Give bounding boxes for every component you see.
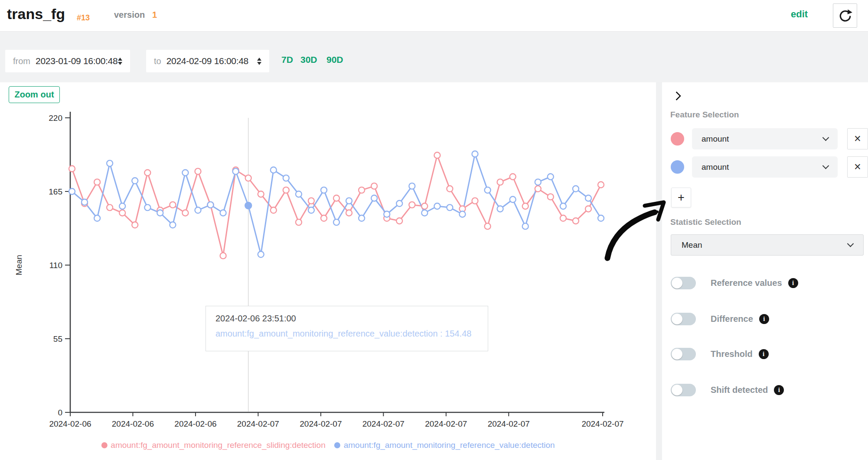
data-point[interactable] xyxy=(69,166,75,172)
data-point[interactable] xyxy=(434,203,440,209)
data-point[interactable] xyxy=(195,168,201,175)
data-point[interactable] xyxy=(233,168,239,175)
data-point[interactable] xyxy=(560,203,566,209)
remove-feature-button[interactable]: × xyxy=(847,156,868,178)
data-point[interactable] xyxy=(144,170,150,176)
data-point[interactable] xyxy=(585,206,591,212)
info-icon[interactable] xyxy=(774,385,784,395)
data-point[interactable] xyxy=(107,160,113,166)
legend-item-sliding[interactable]: amount:fg_amount_monitoring_reference_sl… xyxy=(101,441,325,450)
feature-select-2[interactable]: amount xyxy=(692,156,838,178)
data-point[interactable] xyxy=(359,215,365,221)
data-point[interactable] xyxy=(157,210,163,216)
data-point[interactable] xyxy=(346,198,352,204)
data-point[interactable] xyxy=(132,178,138,184)
data-point[interactable] xyxy=(485,223,491,229)
data-point[interactable] xyxy=(359,187,365,193)
data-point[interactable] xyxy=(472,151,478,157)
data-point[interactable] xyxy=(598,215,604,221)
data-point[interactable] xyxy=(560,215,566,221)
statistic-select[interactable]: Mean xyxy=(671,234,864,256)
data-point[interactable] xyxy=(573,218,579,224)
data-point[interactable] xyxy=(208,202,214,208)
add-feature-button[interactable]: + xyxy=(671,188,691,207)
range-7d-button[interactable]: 7D xyxy=(281,55,293,65)
data-point[interactable] xyxy=(548,194,554,200)
data-point[interactable] xyxy=(94,179,100,185)
data-point[interactable] xyxy=(82,199,88,205)
data-point[interactable] xyxy=(371,183,377,189)
data-point[interactable] xyxy=(421,203,427,209)
data-point[interactable] xyxy=(573,186,579,192)
data-point[interactable] xyxy=(421,210,427,216)
data-point[interactable] xyxy=(245,175,251,181)
data-point[interactable] xyxy=(409,183,415,189)
data-point[interactable] xyxy=(195,207,201,213)
data-point[interactable] xyxy=(434,152,440,159)
info-icon[interactable] xyxy=(759,349,769,359)
highlighted-data-point[interactable] xyxy=(245,202,251,209)
data-point[interactable] xyxy=(182,170,188,176)
data-point[interactable] xyxy=(119,210,125,216)
data-point[interactable] xyxy=(296,191,302,197)
data-point[interactable] xyxy=(396,201,402,207)
data-point[interactable] xyxy=(497,179,503,185)
range-30d-button[interactable]: 30D xyxy=(300,55,317,65)
reference-values-toggle[interactable] xyxy=(671,277,696,289)
data-point[interactable] xyxy=(144,204,150,211)
edit-button[interactable]: edit xyxy=(791,9,808,20)
data-point[interactable] xyxy=(170,202,176,208)
to-date-picker[interactable]: to 2024-02-09 16:00:48 xyxy=(146,50,269,72)
data-point[interactable] xyxy=(182,210,188,216)
data-point[interactable] xyxy=(271,167,277,173)
data-point[interactable] xyxy=(522,223,529,229)
shift-detected-toggle[interactable] xyxy=(671,384,696,396)
data-point[interactable] xyxy=(510,197,516,203)
data-point[interactable] xyxy=(321,187,327,193)
data-point[interactable] xyxy=(69,188,75,194)
data-point[interactable] xyxy=(472,198,478,204)
data-point[interactable] xyxy=(447,204,453,211)
collapse-sidebar-button[interactable] xyxy=(672,90,684,102)
data-point[interactable] xyxy=(409,202,415,208)
data-point[interactable] xyxy=(271,207,277,213)
data-point[interactable] xyxy=(346,210,352,216)
data-point[interactable] xyxy=(535,186,541,192)
data-point[interactable] xyxy=(283,175,289,181)
data-point[interactable] xyxy=(296,219,302,225)
data-point[interactable] xyxy=(598,182,604,188)
range-90d-button[interactable]: 90D xyxy=(326,55,343,65)
date-spinner-icon[interactable] xyxy=(118,58,122,65)
zoom-out-button[interactable]: Zoom out xyxy=(9,86,60,103)
data-point[interactable] xyxy=(371,195,377,201)
remove-feature-button[interactable]: × xyxy=(847,128,868,149)
info-icon[interactable] xyxy=(788,278,798,288)
data-point[interactable] xyxy=(258,191,264,197)
data-point[interactable] xyxy=(522,203,529,209)
data-point[interactable] xyxy=(396,218,402,224)
data-point[interactable] xyxy=(460,211,466,217)
data-point[interactable] xyxy=(548,174,554,180)
data-point[interactable] xyxy=(258,251,264,257)
data-point[interactable] xyxy=(132,222,138,228)
data-point[interactable] xyxy=(535,179,541,185)
difference-toggle[interactable] xyxy=(671,313,696,325)
data-point[interactable] xyxy=(384,211,390,217)
refresh-button[interactable] xyxy=(833,3,857,28)
date-spinner-icon[interactable] xyxy=(257,58,261,65)
legend-item-value[interactable]: amount:fg_amount_monitoring_reference_va… xyxy=(334,441,555,450)
data-point[interactable] xyxy=(94,215,100,221)
data-point[interactable] xyxy=(447,186,453,192)
from-date-picker[interactable]: from 2023-01-09 16:00:48 xyxy=(5,50,130,72)
data-point[interactable] xyxy=(333,219,339,225)
data-point[interactable] xyxy=(283,187,289,193)
data-point[interactable] xyxy=(220,210,226,216)
data-point[interactable] xyxy=(497,206,503,212)
data-point[interactable] xyxy=(107,204,113,211)
threshold-toggle[interactable] xyxy=(671,348,696,360)
feature-select-1[interactable]: amount xyxy=(692,128,838,149)
data-point[interactable] xyxy=(485,187,491,193)
data-point[interactable] xyxy=(220,253,226,259)
data-point[interactable] xyxy=(308,198,314,204)
data-point[interactable] xyxy=(333,195,339,201)
